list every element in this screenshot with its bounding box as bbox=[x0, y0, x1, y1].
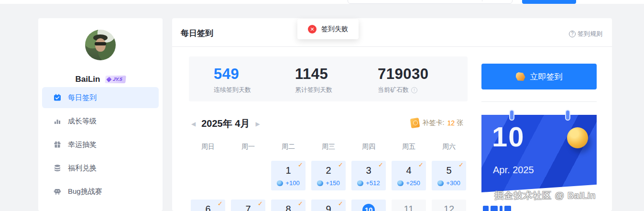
toast-message: 签到失败 bbox=[321, 25, 348, 33]
signin-rules-label: 签到规则 bbox=[578, 30, 602, 38]
calendar-day-cell[interactable]: ✓ 1 +100 bbox=[271, 161, 306, 190]
sidebar-menu: 每日签到 成长等级 幸运抽奖 福利兑换 Bug挑战赛 我的收藏 bbox=[42, 87, 159, 211]
main-panel: 每日签到 ? 签到规则 549 连续签到天数! 1145 累计签到天数! 719… bbox=[172, 18, 612, 211]
level-badge: JY.5 bbox=[105, 76, 126, 83]
ore-icon bbox=[437, 180, 444, 186]
weekday-label: 周三 bbox=[308, 143, 349, 151]
divider bbox=[481, 101, 597, 102]
search-input[interactable] bbox=[348, 0, 513, 4]
avatar[interactable] bbox=[85, 30, 116, 60]
calendar-day-cell[interactable]: ✓ 7 bbox=[231, 200, 265, 211]
calendar-day-cell[interactable]: ✓ 6 bbox=[191, 200, 225, 211]
day-number: 3 bbox=[351, 164, 386, 177]
illustration-day: 10 bbox=[492, 121, 525, 153]
sidebar-item-我的收藏[interactable]: 我的收藏 bbox=[42, 204, 159, 211]
weekday-header: 周日周一周二周三周四周五周六 bbox=[188, 143, 469, 151]
calendar-day-cell[interactable]: ✓ 2 +150 bbox=[311, 161, 346, 190]
calendar-grid: ✓ ✓ ✓ 1 +100 ✓ 2 +150 ✓ 3 +512 ✓ 4 +250 … bbox=[188, 161, 469, 211]
weekday-label: 周日 bbox=[188, 143, 228, 151]
calendar-day-cell[interactable]: ✓ 4 +250 bbox=[392, 161, 426, 190]
sidebar: BaiLin JY.5 每日签到 成长等级 幸运抽奖 福利兑换 Bug挑战赛 我… bbox=[38, 18, 163, 211]
day-number: 9 bbox=[311, 203, 346, 211]
makeup-card-count: 12 bbox=[447, 119, 455, 127]
calendar-day-cell[interactable]: ✓ 8 bbox=[271, 200, 306, 211]
info-circle-icon[interactable]: ! bbox=[411, 87, 417, 93]
calendar-day-cell: ✓ bbox=[191, 161, 225, 190]
next-month-arrow-icon[interactable]: ▶ bbox=[253, 121, 262, 127]
question-circle-icon: ? bbox=[569, 31, 576, 37]
coins-icon bbox=[54, 164, 61, 172]
gold-ball-icon bbox=[567, 127, 588, 148]
calendar-day-cell[interactable]: ✓ 5 +300 bbox=[432, 161, 466, 190]
ore-icon bbox=[357, 180, 363, 186]
signin-stats: 549 连续签到天数! 1145 累计签到天数! 719030 当前矿石数! bbox=[189, 56, 468, 101]
day-number: 5 bbox=[432, 164, 466, 177]
month-label: 2025年 4月 bbox=[201, 117, 250, 130]
topbar-primary-button[interactable] bbox=[522, 0, 576, 4]
day-number: 4 bbox=[392, 164, 426, 177]
sidebar-item-福利兑换[interactable]: 福利兑换 bbox=[42, 157, 159, 178]
calendar-pin-icon bbox=[509, 110, 514, 121]
day-bonus: +300 bbox=[432, 179, 466, 187]
diamond-icon bbox=[106, 77, 111, 82]
sidebar-item-成长等级[interactable]: 成长等级 bbox=[42, 111, 159, 132]
calendar-day-cell[interactable]: ✓ 11 bbox=[392, 200, 426, 211]
day-number: 1 bbox=[271, 164, 306, 177]
signin-now-label: 立即签到 bbox=[530, 71, 563, 82]
stat-item: 549 连续签到天数! bbox=[214, 66, 251, 94]
calendar-day-cell[interactable]: ✓ 3 +512 bbox=[351, 161, 386, 190]
avatar-sunglasses bbox=[95, 42, 106, 45]
makeup-card-unit: 张 bbox=[457, 119, 463, 127]
day-number: 2 bbox=[311, 164, 346, 177]
sidebar-item-Bug挑战赛[interactable]: Bug挑战赛 bbox=[42, 181, 159, 202]
error-circle-icon: ✕ bbox=[308, 25, 317, 33]
gift-icon bbox=[54, 141, 61, 148]
day-number: 8 bbox=[271, 203, 306, 211]
page-title: 每日签到 bbox=[181, 28, 213, 39]
makeup-card-icon bbox=[410, 118, 420, 128]
weekday-label: 周四 bbox=[349, 143, 389, 151]
calendar-day-cell[interactable]: ✓ 12 bbox=[432, 200, 466, 211]
sidebar-item-label: 成长等级 bbox=[68, 117, 97, 126]
prev-month-arrow-icon[interactable]: ◀ bbox=[189, 121, 197, 127]
stat-value: 719030 bbox=[378, 66, 428, 82]
weekday-label: 周六 bbox=[429, 143, 469, 151]
sidebar-item-label: 每日签到 bbox=[68, 93, 97, 102]
day-bonus: +100 bbox=[271, 179, 306, 187]
toast: ✕ 签到失败 bbox=[297, 19, 359, 39]
makeup-card-info[interactable]: 补签卡: 12 张 bbox=[411, 118, 463, 128]
weekday-label: 周一 bbox=[228, 143, 268, 151]
sidebar-item-label: 幸运抽奖 bbox=[68, 140, 97, 149]
bug-icon bbox=[54, 188, 61, 195]
sidebar-item-label: Bug挑战赛 bbox=[68, 187, 102, 196]
day-bonus: +150 bbox=[311, 179, 346, 187]
calendar-day-cell[interactable]: ✓ 10 bbox=[351, 200, 386, 211]
sidebar-item-每日签到[interactable]: 每日签到 bbox=[42, 87, 159, 108]
day-bonus: +512 bbox=[351, 179, 386, 187]
ore-icon bbox=[277, 180, 283, 186]
makeup-card-label: 补签卡: bbox=[423, 119, 445, 127]
ore-nugget-icon bbox=[516, 72, 525, 81]
sidebar-item-幸运抽奖[interactable]: 幸运抽奖 bbox=[42, 134, 159, 155]
day-number: 11 bbox=[392, 203, 426, 211]
search-divider bbox=[482, 0, 482, 1]
clipped-blue-text bbox=[483, 206, 513, 211]
bar-chart-icon bbox=[54, 117, 61, 125]
day-number: 6 bbox=[191, 203, 225, 211]
watermark: 掘金技术社区 @ BaiLin bbox=[494, 189, 596, 202]
weekday-label: 周二 bbox=[268, 143, 308, 151]
top-navbar bbox=[0, 0, 644, 4]
calendar-day-cell[interactable]: ✓ 9 bbox=[311, 200, 346, 211]
main-header: 每日签到 ? 签到规则 bbox=[172, 18, 612, 47]
weekday-label: 周五 bbox=[389, 143, 429, 151]
level-badge-label: JY.5 bbox=[112, 77, 122, 82]
illustration-month-year: Apr. 2025 bbox=[493, 165, 534, 176]
day-number: 12 bbox=[432, 203, 466, 211]
ore-icon bbox=[397, 180, 404, 186]
signin-now-button[interactable]: 立即签到 bbox=[481, 64, 597, 89]
stat-label: 当前矿石数 bbox=[378, 86, 409, 94]
calendar-day-cell: ✓ bbox=[231, 161, 265, 190]
stat-label: 连续签到天数 bbox=[214, 86, 251, 94]
day-bonus: +250 bbox=[392, 179, 426, 187]
signin-rules-link[interactable]: ? 签到规则 bbox=[569, 30, 602, 38]
